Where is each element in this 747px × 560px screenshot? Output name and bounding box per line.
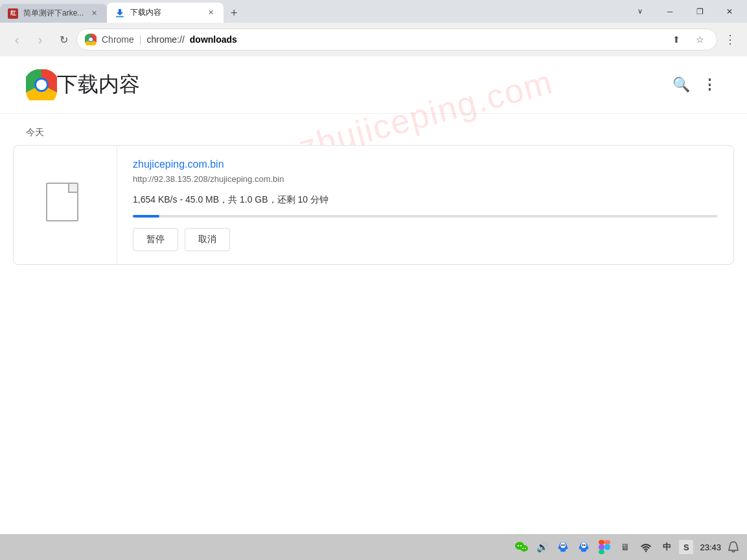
svg-rect-32 — [599, 550, 604, 554]
title-bar: 红 简单测评下arke... ✕ 下载内容 ✕ + ∨ ─ ❐ ✕ — [0, 0, 747, 23]
tab-inactive-title: 简单测评下arke... — [23, 8, 84, 19]
file-icon — [46, 183, 85, 228]
window-controls: ─ ❐ ✕ — [655, 0, 747, 23]
svg-point-27 — [579, 546, 582, 550]
browser-menu-button[interactable]: ⋮ — [720, 29, 741, 50]
svg-point-22 — [581, 543, 586, 548]
svg-point-23 — [582, 544, 584, 546]
svg-point-24 — [584, 544, 586, 546]
svg-point-28 — [586, 546, 589, 550]
tab-favicon-inactive: 红 — [8, 8, 18, 19]
reload-button[interactable]: ↻ — [53, 29, 74, 50]
address-url-protocol: chrome:// — [146, 34, 184, 45]
address-chrome-label: Chrome — [102, 34, 134, 45]
ime-icon[interactable]: S — [679, 540, 693, 554]
svg-point-6 — [36, 80, 47, 90]
title-bar-spacer — [244, 0, 625, 23]
volume-icon[interactable]: 🔊 — [534, 539, 551, 555]
pause-button[interactable]: 暂停 — [133, 228, 178, 251]
taskbar: 🔊 — [0, 534, 747, 560]
tab-active-close[interactable]: ✕ — [205, 8, 216, 18]
download-url: http://92.38.135.208/zhujiceping.com.bin — [133, 174, 718, 184]
notification-button[interactable] — [725, 539, 742, 555]
progress-bar-fill — [133, 215, 159, 218]
download-actions: 暂停 取消 — [133, 228, 718, 251]
tab-inactive-close[interactable]: ✕ — [89, 8, 99, 19]
chrome-icon — [85, 34, 97, 45]
header-actions: 🔍 ⋮ — [669, 73, 721, 96]
figma-icon[interactable] — [596, 539, 613, 555]
taskbar-time: 23:43 — [700, 543, 721, 552]
wechat-icon[interactable] — [513, 539, 530, 555]
tab-active-title: 下载内容 — [130, 7, 200, 18]
address-url-path: downloads — [190, 34, 237, 45]
tab-chevron-button[interactable]: ∨ — [625, 0, 655, 23]
back-button[interactable]: ‹ — [6, 29, 27, 50]
bookmark-button[interactable]: ☆ — [691, 30, 709, 49]
download-info: zhujiceping.com.bin http://92.38.135.208… — [117, 146, 733, 264]
svg-point-12 — [525, 548, 526, 549]
wifi-icon[interactable] — [638, 539, 654, 555]
svg-point-10 — [520, 545, 522, 546]
new-tab-button[interactable]: + — [224, 4, 244, 23]
svg-point-14 — [560, 543, 566, 548]
address-bar[interactable]: Chrome | chrome://downloads ⬆ ☆ — [76, 28, 717, 50]
downloads-header: 下载内容 🔍 ⋮ — [0, 56, 747, 114]
svg-point-20 — [566, 546, 568, 550]
minimize-button[interactable]: ─ — [655, 0, 685, 23]
page-content: 下载内容 🔍 ⋮ zhujiceping.com 今天 zhujiceping.… — [0, 56, 747, 534]
svg-point-3 — [89, 38, 93, 41]
lang-icon[interactable]: 中 — [658, 539, 675, 555]
svg-rect-29 — [599, 540, 604, 544]
screen-icon[interactable]: 🖥 — [617, 539, 634, 555]
close-button[interactable]: ✕ — [715, 0, 744, 23]
svg-rect-0 — [116, 16, 124, 17]
svg-point-15 — [562, 544, 563, 546]
svg-rect-30 — [604, 540, 610, 544]
address-divider: | — [139, 34, 142, 45]
svg-point-33 — [604, 544, 610, 550]
svg-point-19 — [558, 546, 561, 550]
download-icon-area — [14, 146, 117, 264]
svg-point-34 — [645, 550, 647, 552]
restore-button[interactable]: ❐ — [685, 0, 715, 23]
tab-active[interactable]: 下载内容 ✕ — [107, 3, 224, 23]
qq2-icon[interactable] — [575, 539, 592, 555]
today-label: 今天 — [0, 114, 747, 145]
download-filename[interactable]: zhujiceping.com.bin — [133, 159, 718, 170]
svg-rect-18 — [560, 550, 566, 552]
progress-bar-container — [133, 215, 718, 218]
tab-favicon-download — [115, 8, 125, 18]
download-stats: 1,654 KB/s - 45.0 MB，共 1.0 GB，还剩 10 分钟 — [133, 194, 718, 206]
svg-rect-26 — [581, 550, 586, 552]
page-menu-button[interactable]: ⋮ — [698, 73, 721, 96]
chrome-logo-large — [26, 69, 57, 100]
forward-button[interactable]: › — [30, 29, 51, 50]
download-card: zhujiceping.com.bin http://92.38.135.208… — [13, 145, 734, 265]
file-icon-corner — [68, 184, 77, 193]
tab-inactive[interactable]: 红 简单测评下arke... ✕ — [0, 4, 107, 23]
qq1-icon[interactable] — [555, 539, 571, 555]
share-button[interactable]: ⬆ — [667, 30, 685, 49]
file-icon-shape — [46, 183, 78, 221]
svg-point-16 — [564, 544, 565, 546]
page-title: 下载内容 — [57, 71, 140, 99]
address-bar-area: ‹ › ↻ Chrome | chrome://downloads ⬆ ☆ ⋮ — [0, 23, 747, 56]
search-button[interactable]: 🔍 — [669, 73, 693, 96]
svg-rect-31 — [599, 544, 604, 550]
cancel-button[interactable]: 取消 — [185, 228, 230, 251]
svg-point-9 — [518, 545, 519, 546]
svg-point-11 — [522, 548, 523, 549]
